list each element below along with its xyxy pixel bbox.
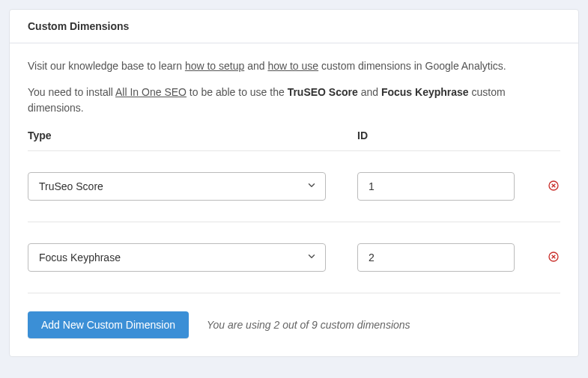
header-type: Type [28, 129, 357, 141]
add-new-dimension-button[interactable]: Add New Custom Dimension [28, 311, 189, 338]
strong-focus-keyphrase: Focus Keyphrase [381, 86, 469, 98]
type-select-value: Focus Keyphrase [39, 252, 121, 263]
column-headers: Type ID [28, 129, 560, 151]
custom-dimensions-panel: Custom Dimensions Visit our knowledge ba… [9, 9, 579, 357]
panel-title: Custom Dimensions [28, 20, 560, 32]
remove-button[interactable] [547, 251, 560, 264]
id-input[interactable] [357, 243, 515, 272]
intro-line-1: Visit our knowledge base to learn how to… [28, 58, 560, 74]
link-how-to-setup[interactable]: how to setup [185, 60, 244, 72]
header-id: ID [357, 129, 368, 141]
type-select[interactable]: Focus Keyphrase [28, 243, 326, 272]
intro2-mid2: and [358, 86, 381, 98]
type-select-wrap: Focus Keyphrase [28, 243, 326, 272]
link-all-in-one-seo[interactable]: All In One SEO [115, 86, 187, 98]
remove-button[interactable] [547, 180, 560, 193]
dimension-row: TruSeo Score [28, 151, 560, 222]
id-input[interactable] [357, 172, 515, 201]
intro-line-2: You need to install All In One SEO to be… [28, 85, 560, 116]
intro-text-suffix: custom dimensions in Google Analytics. [318, 60, 506, 72]
type-select-value: TruSeo Score [39, 180, 103, 192]
type-select-wrap: TruSeo Score [28, 172, 326, 201]
panel-body: Visit our knowledge base to learn how to… [10, 43, 578, 356]
dimension-row: Focus Keyphrase [28, 222, 560, 293]
link-how-to-use[interactable]: how to use [267, 60, 318, 72]
remove-circle-icon [548, 180, 560, 194]
strong-truseo-score: TruSEO Score [288, 86, 358, 98]
usage-text: You are using 2 out of 9 custom dimensio… [207, 319, 410, 331]
intro-text-mid: and [244, 60, 267, 72]
footer-row: Add New Custom Dimension You are using 2… [28, 311, 560, 338]
intro2-mid1: to be able to use the [187, 86, 288, 98]
panel-header: Custom Dimensions [10, 10, 578, 43]
type-select[interactable]: TruSeo Score [28, 172, 326, 201]
intro-text-prefix: Visit our knowledge base to learn [28, 60, 185, 72]
intro2-prefix: You need to install [28, 86, 115, 98]
remove-circle-icon [548, 251, 560, 265]
